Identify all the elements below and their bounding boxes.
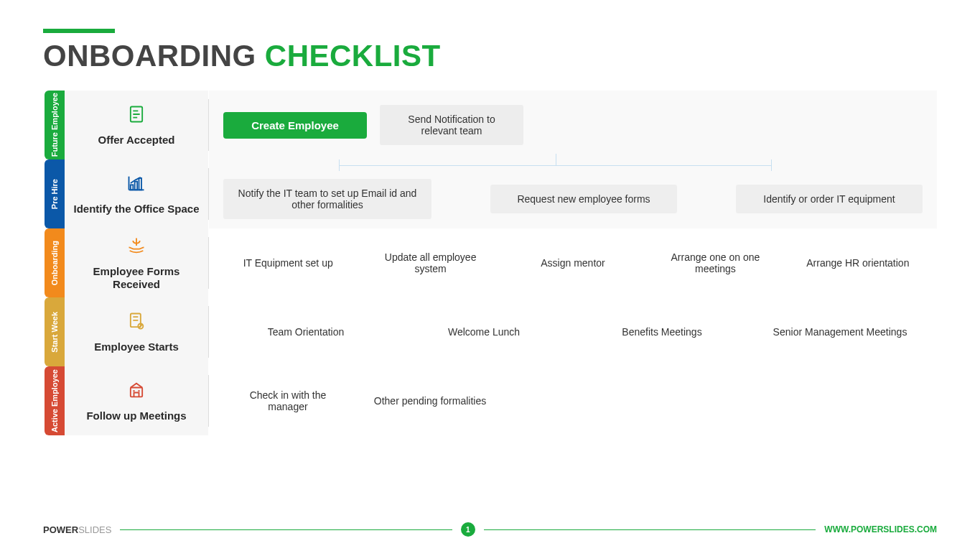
task-text: Senior Management Meetings <box>757 322 923 342</box>
row-tab-label: Pre Hire <box>50 179 59 209</box>
row-core: Identify the Office Space <box>65 159 208 228</box>
task-box: Notify the IT team to set up Email id an… <box>223 179 431 219</box>
title-part-1: ONBOARDING <box>43 39 265 73</box>
title-part-2: CHECKLIST <box>265 39 441 73</box>
row-tab-label: Onboarding <box>50 241 59 285</box>
task-text: Team Orientation <box>223 322 388 342</box>
task-box: Identify or order IT equipment <box>736 185 923 213</box>
page-number: 1 <box>461 522 475 537</box>
create-employee-button[interactable]: Create Employee <box>223 112 367 139</box>
building-icon <box>126 380 146 405</box>
row-core-label: Identify the Office Space <box>73 203 199 215</box>
svg-rect-1 <box>131 185 134 190</box>
task-text: Benefits Meetings <box>579 322 745 342</box>
row-core-label: Offer Accepted <box>98 134 175 146</box>
slide-footer: POWERSLIDES 1 WWW.POWERSLIDES.COM <box>43 522 937 537</box>
row-pre-hire: Pre Hire Identify the Office Space Notif… <box>45 159 937 228</box>
task-box: Request new employee forms <box>490 185 677 213</box>
row-tab: Future Employee <box>45 91 65 159</box>
svg-rect-3 <box>139 178 142 190</box>
row-tab-label: Start Week <box>50 312 59 353</box>
row-core-label: Employee Forms Received <box>72 265 201 290</box>
document-icon <box>126 104 146 129</box>
row-content: Notify the IT team to set up Email id an… <box>209 159 937 228</box>
row-content: Check in with the manager Other pending … <box>209 366 937 435</box>
task-text: Arrange HR orientation <box>793 253 923 273</box>
document-check-icon <box>126 311 146 336</box>
row-tab: Start Week <box>45 297 65 366</box>
footer-line <box>484 529 816 530</box>
row-start-week: Start Week Employee Starts Team Orientat… <box>45 297 937 366</box>
row-content: Team Orientation Welcome Lunch Benefits … <box>209 297 937 366</box>
task-text: Update all employee system <box>365 247 495 279</box>
brand-part-2: SLIDES <box>78 524 111 535</box>
hands-plant-icon <box>126 236 146 261</box>
row-tab: Active Employee <box>45 366 65 435</box>
row-tab-label: Future Employee <box>50 93 59 157</box>
svg-rect-2 <box>135 182 138 190</box>
row-core: Employee Forms Received <box>65 228 208 297</box>
row-content: IT Equipment set up Update all employee … <box>209 228 937 297</box>
row-core-label: Employee Starts <box>94 341 179 353</box>
row-core: Offer Accepted <box>65 91 208 159</box>
connector-lines <box>339 159 772 171</box>
row-core-label: Follow up Meetings <box>86 409 186 422</box>
task-text: Other pending formalities <box>365 391 495 411</box>
brand-text: POWERSLIDES <box>43 524 111 535</box>
slide: ONBOARDING CHECKLIST Future Employee Off… <box>0 0 980 435</box>
row-core: Follow up Meetings <box>65 366 208 435</box>
task-box: Send Notification to relevant team <box>380 105 523 145</box>
row-future-employee: Future Employee Offer Accepted Create Em… <box>45 91 937 159</box>
task-text: Check in with the manager <box>223 385 353 417</box>
row-core: Employee Starts <box>65 297 208 366</box>
checklist-rows: Future Employee Offer Accepted Create Em… <box>43 91 937 435</box>
accent-bar <box>43 29 115 33</box>
footer-url: WWW.POWERSLIDES.COM <box>824 524 937 534</box>
row-tab: Onboarding <box>45 228 65 297</box>
task-text: Assign mentor <box>508 253 638 273</box>
task-text: Welcome Lunch <box>401 322 566 342</box>
task-text: Arrange one on one meetings <box>650 247 780 279</box>
page-title: ONBOARDING CHECKLIST <box>43 39 937 73</box>
row-tab: Pre Hire <box>45 159 65 228</box>
footer-line <box>120 529 452 530</box>
brand-part-1: POWER <box>43 524 78 535</box>
task-text: IT Equipment set up <box>223 253 353 273</box>
row-content: Create Employee Send Notification to rel… <box>209 91 937 159</box>
chart-growth-icon <box>126 173 146 198</box>
row-active-employee: Active Employee Follow up Meetings Check… <box>45 366 937 435</box>
row-tab-label: Active Employee <box>50 369 59 432</box>
row-onboarding: Onboarding Employee Forms Received IT Eq… <box>45 228 937 297</box>
